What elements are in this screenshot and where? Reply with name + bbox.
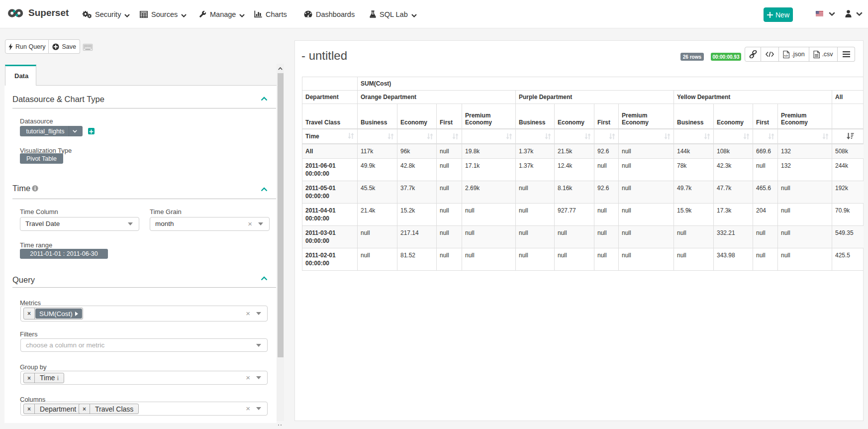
- svg-text:</>: </>: [784, 54, 788, 57]
